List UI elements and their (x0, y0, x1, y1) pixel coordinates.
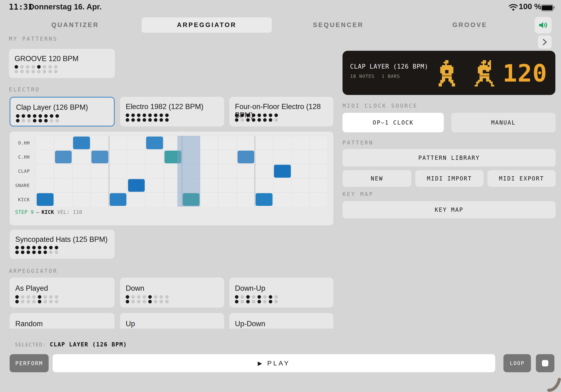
tab-bar: QUANTIZER ARPEGGIATOR SEQUENCER GROOVE (9, 16, 536, 33)
note-kick-step-5[interactable] (110, 193, 127, 206)
note-ohh-step-7[interactable] (146, 137, 163, 149)
tab-sequencer[interactable]: SEQUENCER (272, 17, 404, 33)
step-dot (27, 295, 30, 299)
clock-source-manual-button[interactable]: MANUAL (451, 113, 556, 132)
note-kick-step-13[interactable] (256, 193, 272, 206)
note-clap-step-14[interactable] (274, 165, 291, 177)
perform-button[interactable]: PERFORM (10, 354, 49, 372)
note-ohh-step-3[interactable] (73, 137, 90, 149)
step-dot (235, 295, 238, 299)
step-dot (43, 300, 47, 303)
tab-groove[interactable]: GROOVE (404, 17, 536, 33)
midi-import-button[interactable]: MIDI IMPORT (415, 170, 484, 187)
step-dot (26, 65, 29, 69)
clock-source-op1-button[interactable]: OP–1 CLOCK (343, 113, 444, 132)
step-dot (15, 65, 18, 69)
pattern-card-title: GROOVE 120 BPM (15, 54, 78, 63)
midi-export-button[interactable]: MIDI EXPORT (487, 170, 556, 187)
step-dot (274, 118, 278, 122)
app-screen: 11:31 Donnerstag 16. Apr. 100 % QUANTIZE… (0, 0, 561, 392)
step-dot (32, 246, 36, 249)
arp-card-title: Random (15, 320, 43, 328)
expand-panel-button[interactable] (538, 35, 552, 49)
step-dot (32, 65, 35, 69)
arp-card-as-played[interactable]: As Played (10, 278, 115, 308)
display-notes-count: 18 NOTES (350, 73, 375, 79)
step-dots (126, 113, 171, 122)
step-dot (38, 250, 41, 254)
play-label: PLAY (267, 359, 290, 367)
row-label-ohh: O.HH (7, 136, 33, 150)
step-dot (37, 65, 41, 69)
note-chh-step-2[interactable] (55, 151, 72, 163)
loop-button[interactable]: LOOP (503, 354, 531, 372)
key-map-button[interactable]: KEY MAP (343, 201, 556, 218)
note-chh-step-4[interactable] (91, 151, 108, 163)
audio-toggle-button[interactable] (535, 17, 552, 33)
step-dot (126, 113, 129, 117)
arp-card-down-up[interactable]: Down-Up (229, 278, 333, 308)
step-dot (269, 295, 272, 299)
step-dot (15, 300, 19, 303)
step-dots (235, 113, 280, 122)
step-sequencer-editor: O.HHC.HHCLAPSNAREKICK STEP 9—KICKVEL: 11… (10, 132, 333, 225)
step-dot (246, 118, 250, 122)
step-dot (43, 250, 47, 254)
battery-icon (541, 4, 553, 11)
note-kick-step-1[interactable] (37, 193, 54, 206)
arp-card-title: As Played (15, 284, 48, 293)
tab-label: ARPEGGIATOR (142, 17, 272, 33)
step-dot (258, 113, 261, 117)
arp-card-up-down[interactable]: Up-Down (229, 313, 333, 328)
step-dot (241, 300, 244, 303)
step-dot (235, 118, 238, 122)
note-chh-step-12[interactable] (237, 151, 254, 163)
arp-card-down[interactable]: Down (120, 278, 224, 308)
step-dot (22, 119, 25, 122)
step-dot (48, 70, 52, 73)
pattern-library-button[interactable]: PATTERN LIBRARY (343, 149, 556, 167)
stop-button[interactable] (536, 354, 554, 372)
step-dot (43, 295, 47, 299)
note-snare-step-6[interactable] (128, 179, 145, 192)
row-label-kick: KICK (7, 193, 33, 207)
new-pattern-button[interactable]: NEW (343, 170, 411, 187)
pattern-card-title: Syncopated Hats (125 BPM) (15, 235, 108, 244)
step-dot (27, 246, 30, 249)
section-label-key-map: KEY MAP (343, 191, 374, 197)
step-dot (50, 119, 53, 122)
pattern-card-clap-layer[interactable]: Clap Layer (126 BPM) (10, 97, 115, 126)
tab-label: GROOVE (453, 17, 487, 33)
step-dot (20, 70, 24, 73)
arp-card-random[interactable]: Random (10, 313, 115, 328)
step-dot (55, 246, 58, 249)
status-velocity: VEL: 110 (57, 209, 82, 215)
bar-divider (255, 136, 255, 207)
pattern-card-four-on-floor[interactable]: Four-on-Floor Electro (128 BPM) (229, 97, 333, 126)
arp-card-up[interactable]: Up (120, 313, 224, 328)
step-dot (15, 295, 19, 299)
step-dot (21, 300, 24, 303)
step-dot (160, 300, 163, 303)
pattern-card-electro-1982[interactable]: Electro 1982 (122 BPM) (120, 97, 224, 126)
play-button[interactable]: ▶PLAY (53, 354, 495, 372)
pattern-card-groove-120[interactable]: GROOVE 120 BPM (9, 49, 115, 78)
step-dot (55, 114, 59, 118)
step-dot (55, 250, 58, 254)
tab-quantizer[interactable]: QUANTIZER (9, 17, 141, 33)
step-dot (263, 118, 267, 122)
step-dot (44, 119, 48, 122)
play-icon: ▶ (258, 360, 262, 367)
sequencer-status-line: STEP 9—KICKVEL: 110 (15, 209, 82, 215)
section-label-pattern: PATTERN (343, 140, 374, 146)
tab-arpeggiator[interactable]: ARPEGGIATOR (141, 17, 272, 33)
tab-label: SEQUENCER (313, 17, 364, 33)
step-dot (148, 118, 152, 122)
step-dot (263, 295, 267, 299)
step-dot (235, 300, 238, 303)
display-bars-count: 1 BARS (381, 73, 400, 79)
bar-divider (109, 136, 109, 207)
step-dot (27, 300, 30, 303)
step-grid[interactable] (36, 136, 328, 207)
pattern-card-syncopated-hats[interactable]: Syncopated Hats (125 BPM) (10, 230, 115, 259)
